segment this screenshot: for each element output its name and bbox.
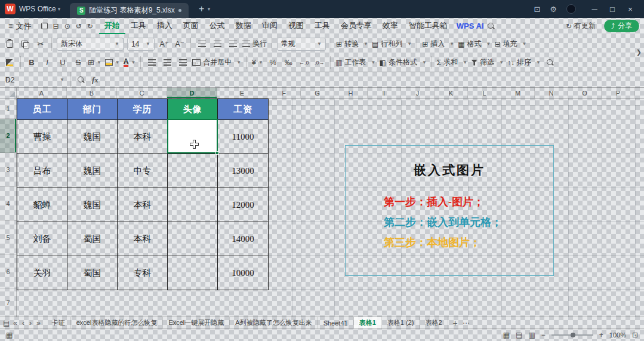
column-header[interactable]: E: [217, 88, 267, 98]
update-available-button[interactable]: ↻ 有更新: [566, 21, 596, 31]
percent-format-button[interactable]: %: [267, 56, 279, 69]
employee-cell[interactable]: 曹操: [17, 120, 67, 153]
row-header[interactable]: 4: [0, 187, 16, 221]
share-button[interactable]: ⤴ 分享: [604, 20, 639, 32]
column-header[interactable]: P: [602, 88, 635, 98]
filter-button[interactable]: 筛选 ▼: [471, 57, 504, 67]
menu-tab[interactable]: 页面: [178, 18, 204, 34]
sheet-tab[interactable]: A列被隐藏了怎么恢复出来: [230, 317, 318, 328]
row-header[interactable]: 3: [0, 153, 16, 187]
table-header-cell[interactable]: 工资: [218, 99, 268, 119]
user-avatar[interactable]: [566, 4, 576, 14]
column-header[interactable]: N: [535, 88, 568, 98]
align-center-button[interactable]: [161, 56, 173, 69]
strikethrough-button[interactable]: S: [72, 56, 84, 69]
row-header[interactable]: 6: [0, 255, 16, 289]
column-header[interactable]: D: [167, 88, 217, 98]
sheet-tab[interactable]: excel表格隐藏的行怎么恢复: [71, 317, 164, 328]
search-icon[interactable]: [488, 23, 495, 30]
avatar-cell[interactable]: [168, 222, 218, 256]
row-header[interactable]: 7: [0, 289, 16, 317]
cut-button[interactable]: ✂: [35, 38, 47, 51]
column-header[interactable]: M: [501, 88, 535, 98]
align-top-button[interactable]: [196, 38, 208, 51]
table-header-cell[interactable]: 头像: [168, 99, 218, 119]
minimize-button[interactable]: ─: [586, 5, 603, 14]
zoom-out-button[interactable]: −: [541, 331, 546, 339]
education-cell[interactable]: 专科: [118, 256, 168, 290]
avatar-cell[interactable]: [168, 256, 218, 290]
redo-icon[interactable]: ↻: [87, 22, 93, 30]
menu-tab[interactable]: 会员专享: [335, 18, 377, 34]
worksheet-button[interactable]: ▥ 工作表 ▼: [335, 57, 375, 67]
app-menu-chevron-icon[interactable]: ▾: [58, 6, 61, 12]
page-break-view-icon[interactable]: ▤: [516, 331, 522, 339]
fill-color-button[interactable]: ▼: [105, 56, 120, 69]
fill-button[interactable]: ⊟ 填充 ▼: [495, 39, 527, 49]
select-all-corner[interactable]: [0, 88, 17, 98]
more-sheets-button[interactable]: ⋯: [463, 319, 470, 327]
decrease-font-button[interactable]: A⁻: [174, 38, 186, 51]
fill-handle[interactable]: [215, 151, 219, 155]
zoom-slider[interactable]: [551, 334, 593, 336]
convert-button[interactable]: ⊞ 转换 ▼: [336, 39, 368, 49]
apps-grid-icon[interactable]: ⊡: [534, 5, 540, 14]
page-layout-view-icon[interactable]: ▥: [528, 331, 535, 339]
column-header[interactable]: C: [117, 88, 167, 98]
zoom-in-button[interactable]: +: [599, 331, 603, 339]
employee-cell[interactable]: 貂蝉: [17, 188, 67, 222]
sheet-tab[interactable]: 表格1: [354, 317, 382, 328]
prev-sheet-icon[interactable]: ‹: [22, 319, 24, 327]
column-header[interactable]: F: [267, 88, 301, 98]
tab-list-chevron-icon[interactable]: ▾: [208, 6, 211, 12]
education-cell[interactable]: 本科: [118, 188, 168, 222]
menu-tab[interactable]: 审阅: [257, 18, 283, 34]
thousands-separator-button[interactable]: ‰: [282, 56, 294, 69]
menu-tab[interactable]: 工具: [125, 18, 152, 34]
department-cell[interactable]: 魏国: [67, 188, 118, 222]
salary-cell[interactable]: 11000: [218, 120, 268, 153]
first-sheet-icon[interactable]: «: [13, 319, 17, 327]
wrap-text-button[interactable]: 换行: [242, 39, 267, 49]
name-box[interactable]: D2 ▼: [0, 72, 70, 87]
fullscreen-icon[interactable]: ⊡: [632, 331, 638, 339]
menu-tab[interactable]: 视图: [283, 18, 309, 34]
paste-button[interactable]: [4, 38, 16, 51]
zoom-level[interactable]: 100%: [609, 331, 626, 339]
menu-tab[interactable]: 开始: [99, 18, 125, 34]
more-tools-chevron-icon[interactable]: ❯: [636, 48, 642, 56]
conditional-format-button[interactable]: ◧ 条件格式 ▼: [380, 57, 427, 67]
menu-tab[interactable]: 数据: [230, 18, 257, 34]
new-tab-button[interactable]: +: [196, 4, 208, 14]
increase-decimal-button[interactable]: ←.0: [298, 56, 310, 69]
wps-ai-button[interactable]: WPS AI: [457, 21, 484, 30]
education-cell[interactable]: 本科: [118, 222, 168, 256]
selected-cell-d2[interactable]: [167, 119, 218, 153]
file-menu-button[interactable]: ≡ 文件: [5, 21, 35, 32]
table-header-cell[interactable]: 学历: [118, 99, 168, 119]
column-header[interactable]: A: [17, 88, 67, 98]
column-header[interactable]: H: [334, 88, 368, 98]
education-cell[interactable]: 中专: [118, 154, 168, 188]
underline-button[interactable]: U: [57, 56, 69, 69]
column-header[interactable]: L: [468, 88, 501, 98]
column-header[interactable]: G: [301, 88, 334, 98]
column-header[interactable]: O: [568, 88, 602, 98]
table-header-cell[interactable]: 部门: [67, 99, 118, 119]
avatar-cell[interactable]: [168, 188, 218, 222]
education-cell[interactable]: 本科: [118, 120, 168, 153]
sheet-tab[interactable]: 表格1 (2): [382, 317, 420, 328]
number-format-select[interactable]: 常规▼: [277, 38, 326, 51]
decrease-decimal-button[interactable]: .0→: [313, 56, 325, 69]
column-header[interactable]: I: [368, 88, 401, 98]
insert-function-button[interactable]: fx: [92, 75, 98, 85]
employee-cell[interactable]: 吕布: [17, 154, 67, 188]
salary-cell[interactable]: 10000: [218, 256, 268, 290]
avatar-cell[interactable]: [168, 154, 218, 188]
zoom-formula-icon[interactable]: [78, 76, 85, 84]
menu-tab[interactable]: 插入: [152, 18, 178, 34]
sheet-tab[interactable]: Sheet41: [318, 317, 354, 328]
sum-button[interactable]: Σ 求和 ▼: [437, 57, 467, 67]
italic-button[interactable]: I: [41, 56, 53, 69]
table-header-cell[interactable]: 员工: [17, 99, 67, 119]
